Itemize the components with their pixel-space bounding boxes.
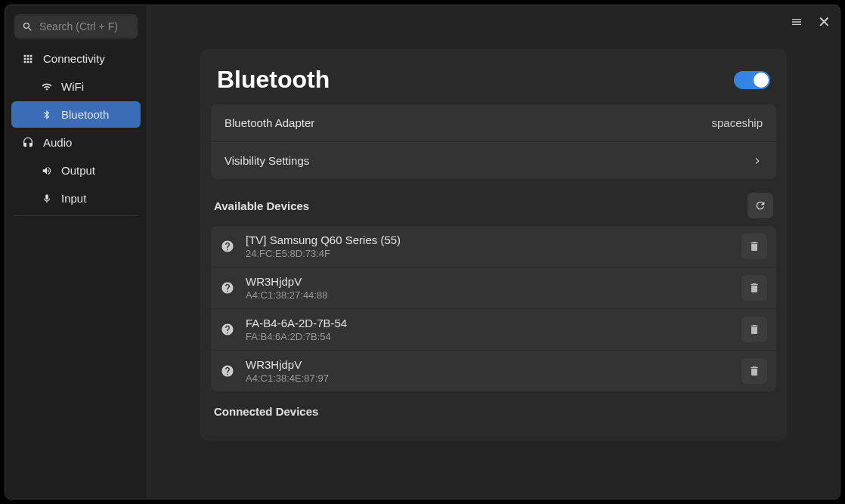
connected-devices-label: Connected Devices bbox=[214, 405, 318, 418]
adapter-label: Bluetooth Adapter bbox=[224, 116, 314, 129]
device-mac: 24:FC:E5:8D:73:4F bbox=[246, 248, 731, 259]
delete-device-button[interactable] bbox=[741, 233, 767, 259]
device-info: WR3HjdpVA4:C1:38:27:44:88 bbox=[246, 275, 731, 301]
sidebar-item-bluetooth[interactable]: Bluetooth bbox=[11, 101, 141, 128]
available-devices-label: Available Devices bbox=[214, 199, 309, 212]
menu-icon[interactable] bbox=[791, 16, 803, 28]
device-row[interactable]: WR3HjdpVA4:C1:38:27:44:88 bbox=[211, 267, 776, 308]
sidebar-item-wifi[interactable]: WiFi bbox=[11, 73, 141, 100]
delete-device-button[interactable] bbox=[741, 358, 767, 384]
search-input[interactable]: Search (Ctrl + F) bbox=[14, 14, 138, 39]
connected-devices-header: Connected Devices bbox=[211, 402, 776, 425]
available-device-list: [TV] Samsung Q60 Series (55)24:FC:E5:8D:… bbox=[211, 226, 776, 391]
device-name: [TV] Samsung Q60 Series (55) bbox=[246, 233, 731, 246]
page-header: Bluetooth bbox=[211, 63, 776, 104]
headset-icon bbox=[22, 137, 34, 149]
device-row[interactable]: WR3HjdpVA4:C1:38:4E:87:97 bbox=[211, 350, 776, 391]
adapter-value: spaceship bbox=[711, 116, 763, 129]
main-panel: ✕ Bluetooth Bluetooth Adapter spaceship … bbox=[147, 5, 840, 499]
sidebar-item-label: Bluetooth bbox=[61, 108, 109, 121]
device-name: WR3HjdpV bbox=[246, 358, 731, 371]
device-name: FA-B4-6A-2D-7B-54 bbox=[246, 317, 731, 329]
search-placeholder: Search (Ctrl + F) bbox=[39, 20, 118, 32]
visibility-label: Visibility Settings bbox=[224, 154, 309, 167]
device-mac: A4:C1:38:4E:87:97 bbox=[246, 373, 731, 384]
sidebar-item-label: Output bbox=[61, 164, 95, 177]
search-icon bbox=[22, 21, 33, 32]
delete-device-button[interactable] bbox=[741, 317, 767, 342]
nav-header-audio[interactable]: Audio bbox=[5, 128, 147, 156]
device-row[interactable]: [TV] Samsung Q60 Series (55)24:FC:E5:8D:… bbox=[211, 226, 776, 267]
device-info: WR3HjdpVA4:C1:38:4E:87:97 bbox=[246, 358, 731, 384]
sidebar-item-label: WiFi bbox=[61, 80, 84, 93]
device-info: [TV] Samsung Q60 Series (55)24:FC:E5:8D:… bbox=[246, 233, 731, 259]
unknown-device-icon bbox=[220, 363, 235, 379]
device-mac: FA:B4:6A:2D:7B:54 bbox=[246, 331, 731, 342]
microphone-icon bbox=[42, 193, 52, 204]
settings-window: Search (Ctrl + F) Connectivity WiFi Blue… bbox=[5, 5, 840, 499]
available-devices-header: Available Devices bbox=[211, 190, 776, 226]
page-content: Bluetooth Bluetooth Adapter spaceship Vi… bbox=[200, 49, 787, 441]
sidebar: Search (Ctrl + F) Connectivity WiFi Blue… bbox=[5, 5, 147, 499]
nav-divider bbox=[14, 215, 138, 216]
speaker-icon bbox=[42, 165, 52, 176]
network-icon bbox=[22, 53, 34, 65]
sidebar-item-label: Input bbox=[61, 192, 86, 205]
sidebar-item-input[interactable]: Input bbox=[11, 185, 141, 212]
bluetooth-toggle[interactable] bbox=[734, 71, 770, 89]
device-name: WR3HjdpV bbox=[246, 275, 731, 288]
delete-device-button[interactable] bbox=[741, 275, 767, 301]
page-title: Bluetooth bbox=[217, 66, 330, 94]
adapter-row[interactable]: Bluetooth Adapter spaceship bbox=[211, 104, 776, 141]
unknown-device-icon bbox=[220, 280, 235, 295]
unknown-device-icon bbox=[220, 239, 235, 254]
visibility-row[interactable]: Visibility Settings bbox=[211, 141, 776, 179]
sidebar-item-output[interactable]: Output bbox=[11, 157, 141, 184]
refresh-button[interactable] bbox=[748, 193, 773, 218]
wifi-icon bbox=[42, 82, 52, 92]
nav-section-audio: Audio Output Input bbox=[5, 128, 147, 212]
nav-header-connectivity[interactable]: Connectivity bbox=[5, 45, 147, 73]
device-row[interactable]: FA-B4-6A-2D-7B-54FA:B4:6A:2D:7B:54 bbox=[211, 308, 776, 350]
refresh-icon bbox=[754, 199, 766, 212]
nav-header-label: Connectivity bbox=[43, 52, 105, 65]
nav-section-connectivity: Connectivity WiFi Bluetooth bbox=[5, 45, 147, 128]
titlebar: ✕ bbox=[147, 5, 840, 39]
chevron-right-icon bbox=[752, 156, 763, 166]
close-button[interactable]: ✕ bbox=[818, 14, 831, 29]
unknown-device-icon bbox=[220, 322, 235, 337]
settings-group: Bluetooth Adapter spaceship Visibility S… bbox=[211, 104, 776, 179]
device-mac: A4:C1:38:27:44:88 bbox=[246, 289, 731, 301]
nav-header-label: Audio bbox=[43, 136, 72, 149]
device-info: FA-B4-6A-2D-7B-54FA:B4:6A:2D:7B:54 bbox=[246, 317, 731, 342]
bluetooth-icon bbox=[42, 110, 52, 120]
